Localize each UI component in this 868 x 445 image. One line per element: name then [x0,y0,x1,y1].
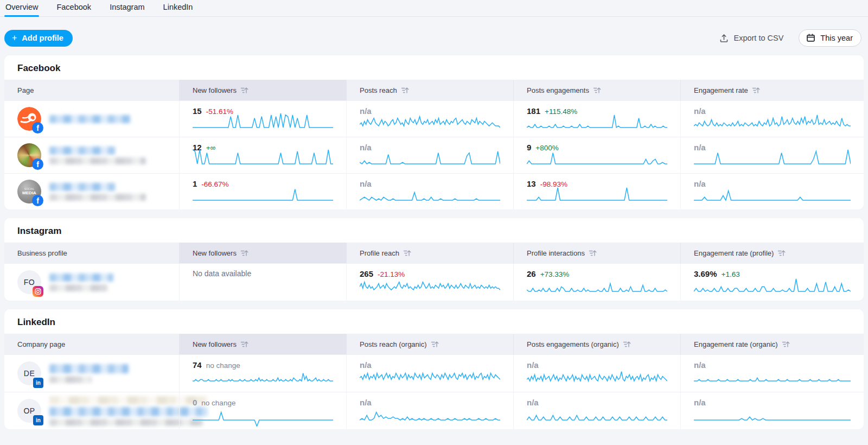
sort-icon [431,341,439,348]
upload-icon [719,34,729,43]
column-header-new-followers[interactable]: New followers [179,80,346,100]
metric-new-followers: No data available [179,264,346,301]
sparkline [360,110,500,134]
top-tab-bar: Overview Facebook Instagram LinkedIn [0,0,868,17]
metric-profile-interactions: 26+73.33% [513,264,680,301]
sparkline [694,147,851,170]
sparkline [360,365,500,389]
table-row: SOCIALMEDIA f 1-66.67% n/a 13-98.93% n/a [4,173,864,209]
column-header-posts-reach[interactable]: Posts reach [346,80,513,100]
date-range-button[interactable]: This year [799,29,861,47]
sort-icon [240,341,248,348]
section-title-facebook: Facebook [4,55,864,80]
metric-engagement-rate-profile: 3.69%+1.63 [680,264,864,301]
table-row: f 15-51.61% n/a 181+115.48% n/a [4,100,864,137]
sparkline [527,183,667,207]
sparkline [694,110,851,134]
column-header-profile-interactions[interactable]: Profile interactions [513,243,680,263]
sparkline [193,147,333,170]
plus-icon: + [12,34,17,42]
sparkline [694,274,851,298]
metric-posts-reach: n/a [346,137,513,173]
avatar-company: DE in [17,361,41,385]
column-header-business-profile[interactable]: Business profile [4,243,179,263]
avatar-profile: FO [17,270,41,294]
add-profile-label: Add profile [22,34,63,42]
metric-engagement-rate-organic: n/a [680,392,864,429]
sort-icon [240,87,248,94]
column-header-engagement-rate[interactable]: Engagement rate [680,80,864,100]
column-header-engagement-rate-organic[interactable]: Engagement rate (organic) [680,334,864,354]
facebook-badge-icon: f [32,195,43,206]
column-header-page[interactable]: Page [4,80,179,100]
sort-icon [403,250,411,257]
column-header-profile-reach[interactable]: Profile reach [346,243,513,263]
column-header-new-followers[interactable]: New followers [179,243,346,263]
metric-new-followers: 0no change [179,392,346,429]
column-header-posts-reach-organic[interactable]: Posts reach (organic) [346,334,513,354]
metric-posts-engagements: 181+115.48% [513,101,680,137]
instagram-table-header: Business profile New followers Profile r… [4,243,864,263]
section-title-linkedin: LinkedIn [4,309,864,334]
column-header-new-followers[interactable]: New followers [179,334,346,354]
metric-engagement-rate-organic: n/a [680,355,864,392]
metric-posts-reach-organic: n/a [346,355,513,392]
redacted-company-name[interactable] [49,364,129,383]
facebook-table-header: Page New followers Posts reach Posts eng… [4,80,864,100]
tab-instagram[interactable]: Instagram [108,0,145,16]
metric-engagement-rate: n/a [680,101,864,137]
tab-linkedin[interactable]: LinkedIn [162,0,194,16]
sparkline [527,147,667,170]
sparkline [527,274,667,298]
facebook-badge-icon: f [32,122,43,134]
avatar-company: OP in [17,399,41,423]
avatar-page: f [17,143,41,167]
tab-overview[interactable]: Overview [4,0,39,16]
facebook-section: Facebook Page New followers Posts reach … [4,55,864,209]
facebook-badge-icon: f [32,158,43,170]
export-csv-button[interactable]: Export to CSV [719,34,783,43]
sparkline [360,274,500,298]
table-row: OP in 0no change n/a n/a n/a [4,392,864,429]
sparkline [527,403,667,427]
sort-icon [782,341,790,348]
linkedin-table-header: Company page New followers Posts reach (… [4,334,864,354]
metric-posts-engagements-organic: n/a [513,392,680,429]
redacted-page-name[interactable] [49,115,131,123]
add-profile-button[interactable]: + Add profile [4,30,73,47]
tab-facebook[interactable]: Facebook [55,0,92,16]
redacted-profile-name[interactable] [49,274,113,291]
sort-icon [752,87,760,94]
column-header-posts-engagements-organic[interactable]: Posts engagements (organic) [513,334,680,354]
redacted-page-name[interactable] [49,147,146,164]
column-header-posts-engagements[interactable]: Posts engagements [513,80,680,100]
sort-icon [589,250,597,257]
toolbar: + Add profile Export to CSV This year [0,17,868,55]
metric-posts-engagements: 9+800% [513,137,680,173]
sparkline [694,365,851,389]
metric-engagement-rate: n/a [680,174,864,209]
sparkline [360,147,500,170]
section-title-instagram: Instagram [4,218,864,243]
column-header-engagement-rate-profile[interactable]: Engagement rate (profile) [680,243,864,263]
linkedin-badge-icon: in [33,415,43,425]
sort-icon [240,250,248,257]
metric-new-followers: 1-66.67% [179,174,346,209]
sort-icon [777,250,786,257]
metric-new-followers: 12+∞ [179,137,346,173]
redacted-page-name[interactable] [49,183,146,201]
linkedin-badge-icon: in [33,378,43,388]
sparkline [360,183,500,207]
linkedin-section: LinkedIn Company page New followers Post… [4,309,864,429]
table-row: FO No data available 265-21.13% 26+73.33… [4,263,864,301]
sort-icon [623,341,631,348]
date-range-label: This year [820,34,853,42]
metric-new-followers: 15-51.61% [179,101,346,137]
metric-posts-engagements-organic: n/a [513,355,680,392]
sparkline [694,403,851,427]
sparkline [193,403,333,427]
column-header-company-page[interactable]: Company page [4,334,179,354]
metric-new-followers: 74no change [179,355,346,392]
table-row: DE in 74no change n/a n/a n/a [4,354,864,392]
metric-posts-reach-organic: n/a [346,392,513,429]
